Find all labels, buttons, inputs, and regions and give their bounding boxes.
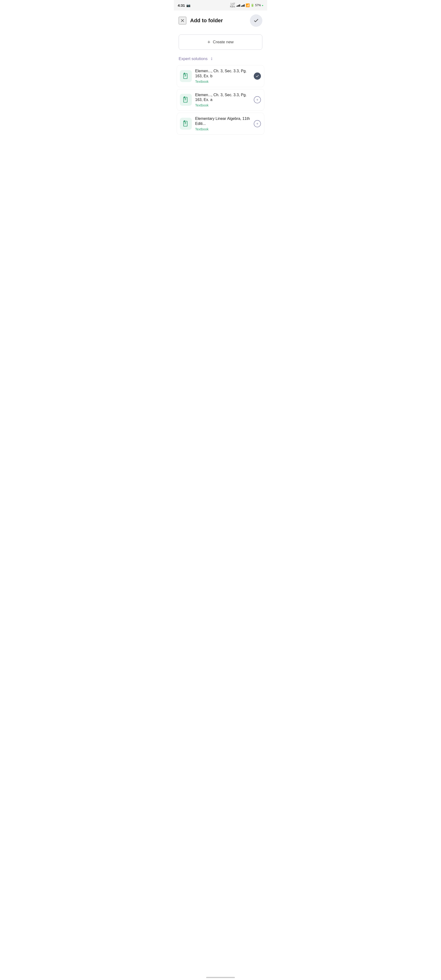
textbook-icon [182, 73, 189, 80]
item-icon-wrap [180, 94, 192, 106]
confirm-button[interactable] [250, 14, 262, 27]
signal-icon-2 [241, 4, 245, 7]
status-bar: 4:31 📷 1.67KB/s 📶 🔋 57% ● [174, 0, 267, 11]
folder-list: Elemen..., Ch. 3, Sec. 3.3, Pg. 163, Ex.… [174, 65, 267, 135]
selected-check [254, 73, 261, 80]
item-content: Elementary Linear Algebra, 11th Editi...… [195, 116, 250, 131]
battery-icon: 🔋 [251, 3, 254, 7]
section-header: Expert solutions [174, 54, 267, 65]
time-display: 4:31 [178, 3, 185, 7]
textbook-icon [182, 96, 189, 103]
item-subtitle: Textbook [195, 127, 250, 131]
page-header: Add to folder [174, 11, 267, 30]
create-new-button[interactable]: + Create new [179, 35, 262, 50]
section-title: Expert solutions [179, 56, 208, 61]
data-speed: 1.67KB/s [230, 3, 235, 8]
signal-icon [236, 4, 240, 7]
item-content: Elemen..., Ch. 3, Sec. 3.3, Pg. 163, Ex.… [195, 68, 250, 83]
wifi-icon: 📶 [246, 3, 250, 7]
checkmark-icon [253, 18, 259, 24]
item-action[interactable] [254, 72, 261, 80]
item-subtitle: Textbook [195, 80, 250, 83]
close-icon [180, 18, 185, 23]
textbook-icon [182, 120, 189, 127]
status-time: 4:31 📷 [178, 3, 190, 7]
plus-icon: + [207, 39, 211, 45]
status-indicators: 1.67KB/s 📶 🔋 57% ● [230, 3, 263, 8]
create-new-label: Create new [213, 40, 234, 45]
item-icon-wrap [180, 70, 192, 82]
list-item[interactable]: Elementary Linear Algebra, 11th Editi...… [177, 113, 264, 135]
item-title: Elemen..., Ch. 3, Sec. 3.3, Pg. 163, Ex.… [195, 92, 250, 103]
sort-button[interactable] [209, 57, 214, 61]
checkmark-filled-icon [255, 74, 259, 78]
list-item[interactable]: Elemen..., Ch. 3, Sec. 3.3, Pg. 163, Ex.… [177, 89, 264, 111]
item-content: Elemen..., Ch. 3, Sec. 3.3, Pg. 163, Ex.… [195, 92, 250, 107]
item-action[interactable] [254, 96, 261, 103]
page-title: Add to folder [190, 18, 223, 24]
add-to-folder-button[interactable] [254, 120, 261, 127]
battery-percent: 57% [255, 3, 261, 7]
close-button[interactable] [179, 17, 186, 24]
item-title: Elementary Linear Algebra, 11th Editi... [195, 116, 250, 126]
camera-icon: 📷 [186, 3, 190, 7]
header-left-group: Add to folder [179, 17, 223, 24]
list-item[interactable]: Elemen..., Ch. 3, Sec. 3.3, Pg. 163, Ex.… [177, 65, 264, 87]
battery-dot: ● [262, 4, 263, 7]
plus-icon [255, 98, 259, 102]
item-icon-wrap [180, 118, 192, 130]
item-title: Elemen..., Ch. 3, Sec. 3.3, Pg. 163, Ex.… [195, 68, 250, 79]
add-to-folder-button[interactable] [254, 96, 261, 103]
plus-icon [255, 122, 259, 126]
item-action[interactable] [254, 120, 261, 127]
sort-icon [209, 57, 214, 61]
item-subtitle: Textbook [195, 103, 250, 107]
